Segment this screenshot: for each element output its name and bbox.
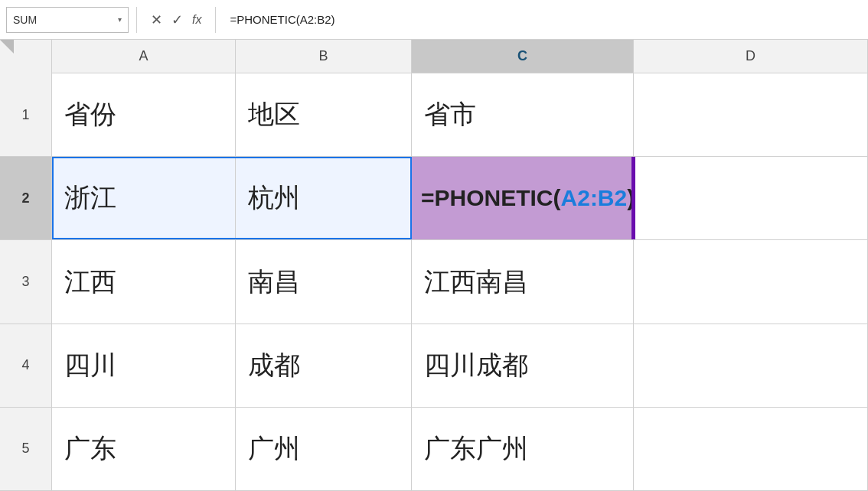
cell-d1[interactable] bbox=[634, 73, 868, 156]
cell-b2[interactable]: 杭州 bbox=[236, 157, 412, 239]
cell-b5[interactable]: 广州 bbox=[236, 408, 412, 490]
col-header-d[interactable]: D bbox=[634, 40, 868, 73]
formula-bar-divider bbox=[215, 7, 216, 33]
cell-d5[interactable] bbox=[634, 408, 868, 490]
table-row: 4 四川 成都 四川成都 bbox=[0, 324, 868, 408]
cell-c3[interactable]: 江西南昌 bbox=[412, 240, 634, 323]
formula-input[interactable] bbox=[224, 7, 862, 33]
row-header-1[interactable]: 1 bbox=[0, 73, 52, 156]
formula-range: A2:B2 bbox=[561, 185, 628, 210]
table-row: 1 省份 地区 省市 bbox=[0, 73, 868, 157]
formula-display: =PHONETIC(A2:B2) bbox=[421, 185, 635, 211]
corner-triangle bbox=[0, 40, 14, 54]
cell-a4[interactable]: 四川 bbox=[52, 324, 236, 407]
name-box-divider bbox=[136, 7, 137, 33]
cell-a5[interactable]: 广东 bbox=[52, 408, 236, 490]
cell-a3[interactable]: 江西 bbox=[52, 240, 236, 323]
column-headers: A B C D bbox=[0, 40, 868, 73]
cell-c4[interactable]: 四川成都 bbox=[412, 324, 634, 407]
ab-cells-row2: 浙江 杭州 bbox=[52, 157, 412, 239]
formula-prefix: =PHONETIC( bbox=[421, 185, 561, 210]
cell-b4[interactable]: 成都 bbox=[236, 324, 412, 407]
row-header-5[interactable]: 5 bbox=[0, 408, 52, 490]
function-icon[interactable]: fx bbox=[192, 13, 201, 27]
formula-bar: SUM ▾ ✕ ✓ fx bbox=[0, 0, 868, 40]
name-box[interactable]: SUM ▾ bbox=[6, 7, 129, 33]
corner-cell[interactable] bbox=[0, 40, 52, 73]
formula-icons: ✕ ✓ fx bbox=[145, 11, 207, 28]
table-row: 5 广东 广州 广东广州 bbox=[0, 408, 868, 491]
cancel-icon[interactable]: ✕ bbox=[151, 11, 162, 28]
col-header-b[interactable]: B bbox=[236, 40, 412, 73]
col-header-a[interactable]: A bbox=[52, 40, 236, 73]
cell-b1[interactable]: 地区 bbox=[236, 73, 412, 156]
cell-d4[interactable] bbox=[634, 324, 868, 407]
row-header-2[interactable]: 2 bbox=[0, 157, 52, 239]
confirm-icon[interactable]: ✓ bbox=[171, 11, 183, 28]
spreadsheet: A B C D 1 省份 地区 省市 2 浙江 杭州 =PHONETIC(A2:… bbox=[0, 40, 868, 491]
table-row: 2 浙江 杭州 =PHONETIC(A2:B2) bbox=[0, 157, 868, 240]
name-box-chevron: ▾ bbox=[118, 15, 122, 24]
cell-c1[interactable]: 省市 bbox=[412, 73, 634, 156]
col-header-c[interactable]: C bbox=[412, 40, 634, 73]
table-row: 3 江西 南昌 江西南昌 bbox=[0, 240, 868, 324]
cell-c2[interactable]: =PHONETIC(A2:B2) bbox=[412, 157, 634, 239]
formula-suffix: ) bbox=[627, 185, 635, 210]
cell-a1[interactable]: 省份 bbox=[52, 73, 236, 156]
cell-d3[interactable] bbox=[634, 240, 868, 323]
cell-b3[interactable]: 南昌 bbox=[236, 240, 412, 323]
cell-a2[interactable]: 浙江 bbox=[52, 157, 236, 239]
row-header-3[interactable]: 3 bbox=[0, 240, 52, 323]
row-header-4[interactable]: 4 bbox=[0, 324, 52, 407]
rows-container: 1 省份 地区 省市 2 浙江 杭州 =PHONETIC(A2:B2) 3 bbox=[0, 73, 868, 491]
cell-d2[interactable] bbox=[634, 157, 868, 239]
name-box-value: SUM bbox=[13, 14, 37, 26]
cell-c5[interactable]: 广东广州 bbox=[412, 408, 634, 490]
